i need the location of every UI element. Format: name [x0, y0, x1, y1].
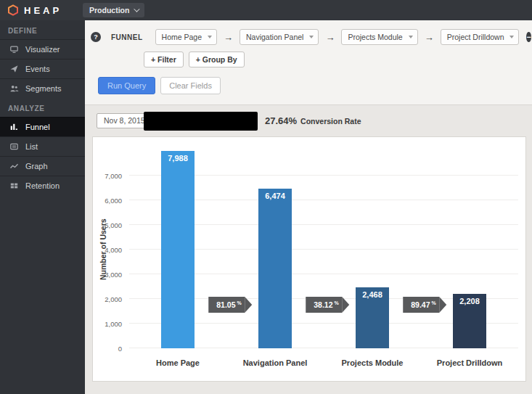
- bar-value-label: 2,468: [356, 290, 389, 299]
- sidebar-item-list[interactable]: List: [0, 136, 85, 156]
- conversion-arrow-value: 89.47: [411, 300, 430, 309]
- conversion-rate-label: Conversion Rate: [300, 117, 361, 126]
- help-icon[interactable]: ?: [91, 32, 101, 42]
- date-range-value: Nov 8, 2015: [104, 116, 145, 125]
- list-icon: [9, 142, 19, 151]
- grid-icon: [9, 181, 19, 190]
- x-axis-label: Projects Module: [324, 358, 421, 367]
- funnel-query-panel: ? FUNNEL Home Page → Navigation Panel → …: [85, 20, 532, 105]
- redaction-overlay: [144, 112, 258, 131]
- add-group-by-button[interactable]: + Group By: [189, 52, 245, 67]
- y-tick-label: 4,000: [105, 246, 122, 254]
- heap-logo: HEAP: [7, 4, 83, 16]
- conversion-arrow-value: 38.12: [314, 300, 332, 309]
- x-axis-labels: Home PageNavigation PanelProjects Module…: [129, 358, 518, 367]
- monitor-icon: [9, 45, 19, 54]
- date-range-field[interactable]: Nov 8, 2015: [97, 113, 255, 128]
- chevron-down-icon: [134, 6, 140, 12]
- conversion-arrow: 89.47%: [403, 297, 439, 313]
- y-tick-label: 3,000: [105, 271, 122, 279]
- caret-down-icon: [309, 36, 314, 38]
- heap-hexagon-icon: [7, 4, 19, 16]
- funnel-step-dropdown-4[interactable]: Project Drilldown: [441, 29, 520, 45]
- results-header: Nov 8, 2015 27.64% Conversion Rate: [97, 111, 526, 130]
- bar-column: 7,988: [129, 151, 226, 348]
- y-tick-label: 7,000: [105, 172, 122, 180]
- funnel-step-dropdown-2[interactable]: Navigation Panel: [240, 29, 319, 45]
- sidebar-item-label: Visualizer: [25, 45, 60, 54]
- conversion-rate-value: 27.64%: [265, 115, 297, 126]
- y-tick-label: 5,000: [105, 221, 122, 229]
- send-icon: [9, 65, 19, 73]
- main-content: ? FUNNEL Home Page → Navigation Panel → …: [85, 20, 532, 394]
- sidebar-item-label: Graph: [25, 162, 48, 171]
- clear-fields-button[interactable]: Clear Fields: [160, 77, 221, 94]
- funnel-step-value: Navigation Panel: [246, 33, 303, 41]
- caret-down-icon: [409, 36, 413, 38]
- caret-down-icon: [510, 36, 514, 38]
- funnel-bar-4[interactable]: 2,208: [453, 294, 486, 348]
- y-tick-label: 0: [118, 345, 122, 353]
- remove-step-button[interactable]: −: [526, 32, 531, 42]
- y-tick-label: 1,000: [105, 320, 122, 328]
- step-arrow-icon: →: [224, 32, 233, 43]
- bar-column: 2,208: [421, 151, 518, 348]
- bar-chart-icon: [9, 123, 19, 131]
- funnel-bar-3[interactable]: 2,468: [356, 287, 389, 348]
- bar-column: 2,468: [324, 151, 421, 348]
- conversion-arrow: 38.12%: [306, 297, 342, 313]
- sidebar-item-label: Retention: [25, 181, 60, 190]
- add-filter-button[interactable]: + Filter: [144, 52, 184, 67]
- caret-down-icon: [208, 36, 212, 38]
- funnel-step-value: Projects Module: [348, 33, 402, 41]
- funnel-step-dropdown-3[interactable]: Projects Module: [341, 29, 417, 45]
- sidebar-item-funnel[interactable]: Funnel: [0, 117, 85, 136]
- funnel-chart-card: Number of Users 01,0002,0003,0004,0005,0…: [92, 136, 526, 382]
- step-arrow-icon: →: [325, 32, 335, 43]
- run-query-button[interactable]: Run Query: [98, 77, 155, 94]
- sidebar-item-events[interactable]: Events: [0, 59, 85, 78]
- y-tick-label: 2,000: [105, 295, 122, 303]
- x-axis-label: Home Page: [129, 358, 226, 367]
- x-axis-label: Project Drilldown: [421, 358, 518, 367]
- bar-value-label: 2,208: [453, 297, 486, 305]
- y-tick-label: 6,000: [105, 197, 122, 205]
- x-axis-label: Navigation Panel: [226, 358, 324, 367]
- funnel-label: FUNNEL: [111, 33, 143, 41]
- people-icon: [9, 84, 19, 93]
- bar-column: 6,474: [226, 151, 324, 348]
- percent-sign: %: [335, 300, 339, 305]
- funnel-bar-1[interactable]: 7,988: [161, 151, 195, 348]
- sidebar-section-define: DEFINE: [0, 20, 85, 39]
- sidebar-item-visualizer[interactable]: Visualizer: [0, 39, 85, 59]
- funnel-step-value: Home Page: [162, 33, 202, 41]
- conversion-arrow: 81.05%: [208, 297, 245, 313]
- sidebar-item-retention[interactable]: Retention: [0, 176, 85, 195]
- brand-name: HEAP: [24, 5, 62, 16]
- funnel-chart-plot: 7,9886,4742,4682,208 81.05%38.12%89.47%: [129, 151, 518, 348]
- top-bar: HEAP Production: [0, 0, 532, 20]
- bar-value-label: 7,988: [161, 154, 195, 163]
- sidebar-item-segments[interactable]: Segments: [0, 78, 85, 98]
- funnel-bar-2[interactable]: 6,474: [258, 189, 292, 348]
- heap-app-window: HEAP Production DEFINE Visualizer Events…: [0, 0, 532, 394]
- percent-sign: %: [432, 300, 436, 305]
- sidebar-item-label: Events: [25, 65, 50, 73]
- line-chart-icon: [9, 162, 19, 171]
- sidebar-section-analyze: ANALYZE: [0, 98, 85, 117]
- sidebar-item-label: List: [25, 142, 38, 151]
- percent-sign: %: [237, 300, 242, 305]
- project-selector[interactable]: Production: [83, 3, 144, 17]
- sidebar-item-graph[interactable]: Graph: [0, 156, 85, 176]
- project-name: Production: [89, 6, 129, 15]
- step-arrow-icon: →: [425, 32, 434, 43]
- y-axis-ticks: 01,0002,0003,0004,0005,0006,0007,000: [93, 151, 125, 348]
- funnel-step-dropdown-1[interactable]: Home Page: [155, 29, 217, 45]
- sidebar-item-label: Funnel: [25, 123, 50, 131]
- bar-value-label: 6,474: [258, 192, 292, 200]
- conversion-arrow-value: 81.05: [216, 300, 235, 309]
- funnel-step-value: Project Drilldown: [447, 33, 504, 41]
- sidebar: DEFINE Visualizer Events Segments ANALYZ…: [0, 20, 85, 394]
- bar-columns: 7,9886,4742,4682,208: [129, 151, 518, 348]
- sidebar-item-label: Segments: [25, 84, 62, 93]
